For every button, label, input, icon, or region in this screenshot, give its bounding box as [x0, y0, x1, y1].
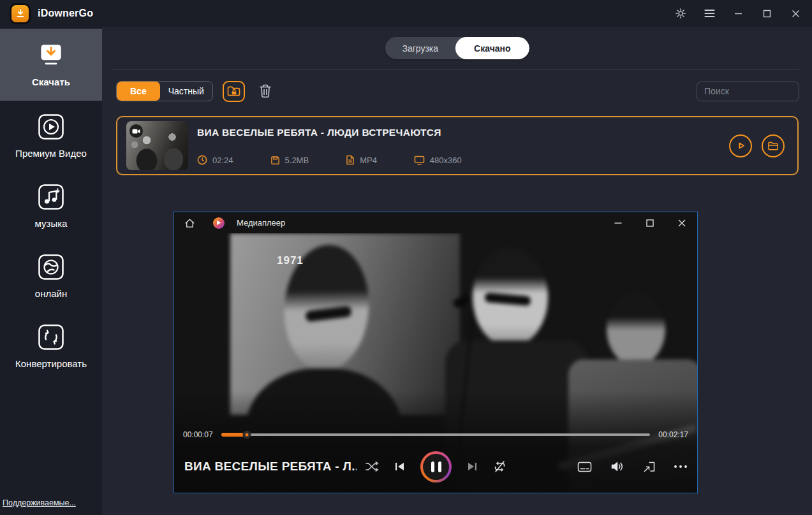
supported-sites-link[interactable]: Поддерживаемые... [3, 498, 76, 507]
visibility-segmented-control: Все Частный [116, 81, 213, 101]
play-item-button[interactable] [729, 134, 752, 157]
now-playing-title: ВИА ВЕСЕЛЫЕ РЕБЯТА - Л... [184, 460, 357, 474]
previous-track-icon[interactable] [394, 461, 406, 472]
player-titlebar: Медиаплеер [174, 212, 697, 233]
app-window: iDownerGo [0, 0, 812, 515]
repeat-off-icon[interactable] [493, 460, 506, 473]
sidebar-item-download[interactable]: Скачать [0, 29, 102, 101]
filter-private-button[interactable]: Частный [160, 82, 212, 101]
video-metadata: 02:24 5.2MB [197, 155, 729, 165]
premium-video-icon [37, 113, 65, 141]
duration-clock-icon [197, 155, 207, 165]
settings-gear-icon[interactable] [674, 7, 687, 20]
miniplayer-icon[interactable] [643, 461, 656, 473]
close-button[interactable] [789, 7, 802, 20]
app-titlebar: iDownerGo [0, 0, 812, 27]
view-tabs: Загрузка Скачано [385, 37, 529, 59]
open-folder-button[interactable] [762, 134, 785, 157]
shuffle-icon[interactable] [365, 461, 379, 472]
player-maximize-button[interactable] [644, 217, 656, 229]
filter-all-button[interactable]: Все [117, 82, 160, 101]
player-progress-row: 00:00:07 00:02:17 [174, 426, 697, 443]
sidebar-item-convert[interactable]: Конвертировать [0, 311, 102, 381]
total-time: 00:02:17 [658, 430, 688, 439]
downloaded-item-card[interactable]: ВИА ВЕСЕЛЫЕ РЕБЯТА - ЛЮДИ ВСТРЕЧАЮТСЯ 02… [116, 116, 799, 175]
sidebar-item-label: Премиум Видео [15, 148, 87, 159]
subtitles-icon[interactable] [577, 461, 592, 472]
video-title: ВИА ВЕСЕЛЫЕ РЕБЯТА - ЛЮДИ ВСТРЕЧАЮТСЯ [197, 127, 729, 138]
sidebar: Скачать Премиум Видео [0, 27, 102, 515]
menu-hamburger-icon[interactable] [703, 7, 716, 20]
search-input[interactable] [697, 82, 799, 101]
more-options-icon[interactable] [674, 465, 687, 468]
player-controls: ВИА ВЕСЕЛЫЕ РЕБЯТА - Л... [174, 448, 697, 485]
resolution-value: 480x360 [430, 156, 462, 165]
sidebar-item-label: онлайн [35, 288, 67, 299]
tab-downloading[interactable]: Загрузка [385, 37, 455, 59]
player-window-title: Медиаплеер [237, 218, 285, 228]
sidebar-item-music[interactable]: музыка [0, 171, 102, 241]
private-folder-lock-button[interactable] [223, 81, 245, 102]
media-player-window: Медиаплеер [173, 212, 698, 493]
player-minimize-button[interactable] [612, 217, 624, 229]
seek-bar[interactable] [221, 433, 651, 436]
next-track-icon[interactable] [466, 461, 478, 472]
sidebar-item-online[interactable]: онлайн [0, 241, 102, 311]
video-thumbnail[interactable] [126, 121, 188, 170]
video-year-overlay: 1971 [277, 254, 304, 267]
delete-trash-button[interactable] [256, 82, 275, 101]
globe-icon [37, 253, 65, 281]
format-value: MP4 [360, 156, 377, 165]
maximize-button[interactable] [760, 7, 773, 20]
player-close-button[interactable] [676, 217, 688, 229]
sidebar-item-label: Конвертировать [15, 358, 87, 369]
music-download-icon [37, 183, 65, 211]
duration-value: 02:24 [212, 156, 233, 165]
volume-icon[interactable] [610, 461, 624, 472]
pause-button[interactable] [420, 451, 452, 482]
app-logo-icon [11, 5, 29, 22]
filesize-value: 5.2MB [285, 156, 309, 165]
video-camera-badge-icon [129, 124, 143, 138]
resolution-monitor-icon [414, 156, 425, 165]
player-logo-icon [213, 217, 225, 229]
minimize-button[interactable] [732, 7, 744, 20]
current-time: 00:00:07 [183, 430, 213, 439]
filter-toolbar: Все Частный [116, 81, 799, 101]
download-icon [36, 43, 66, 69]
sidebar-item-label: Скачать [32, 76, 70, 87]
sidebar-item-premium-video[interactable]: Премиум Видео [0, 101, 102, 171]
header-divider [112, 69, 799, 69]
home-icon[interactable] [184, 217, 196, 229]
convert-icon [37, 323, 65, 351]
progress-thumb[interactable] [243, 431, 251, 439]
filesize-disk-icon [270, 156, 280, 165]
sidebar-item-label: музыка [35, 218, 68, 229]
tab-downloaded[interactable]: Скачано [455, 37, 529, 59]
app-title: iDownerGo [38, 8, 93, 19]
format-file-icon [346, 155, 355, 165]
